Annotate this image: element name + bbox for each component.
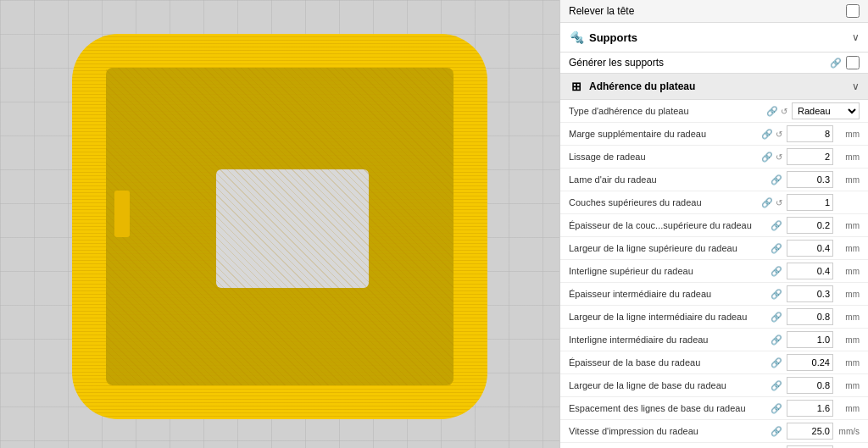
- supports-chevron: ∨: [852, 31, 860, 43]
- object-inner-frame: [106, 68, 453, 385]
- link-icon-7[interactable]: 🔗: [771, 266, 782, 277]
- generate-supports-controls: 🔗: [830, 56, 860, 69]
- relever-label: Relever la tête: [569, 5, 634, 17]
- link-icon-5[interactable]: 🔗: [771, 220, 782, 231]
- param-icons-9: 🔗: [771, 312, 782, 323]
- param-icons-13: 🔗: [771, 403, 782, 414]
- link-icon-0[interactable]: 🔗: [766, 106, 778, 117]
- link-icon-14[interactable]: 🔗: [771, 426, 782, 437]
- generate-link-icon[interactable]: 🔗: [830, 58, 842, 69]
- link-icon-4[interactable]: 🔗: [761, 197, 773, 208]
- param-label-4: Couches supérieures du radeau: [569, 197, 761, 207]
- param-icons-12: 🔗: [771, 380, 782, 391]
- param-row-9: Largeur de la ligne intermédiaire du rad…: [560, 306, 868, 329]
- param-icons-6: 🔗: [771, 243, 782, 254]
- unit-6: mm: [836, 244, 860, 253]
- unit-8: mm: [836, 290, 860, 299]
- reset-icon-1[interactable]: ↺: [776, 130, 782, 139]
- param-row-6: Largeur de la ligne supérieure du radeau…: [560, 237, 868, 260]
- input-largeur-base[interactable]: [787, 377, 833, 394]
- input-lame[interactable]: [787, 171, 833, 188]
- param-label-2: Lissage de radeau: [569, 152, 761, 162]
- param-label-13: Espacement des lignes de base du radeau: [569, 403, 771, 413]
- link-icon-2[interactable]: 🔗: [761, 152, 773, 163]
- link-icon-3[interactable]: 🔗: [771, 174, 782, 185]
- unit-1: mm: [836, 130, 860, 139]
- param-row-5: Épaisseur de la couc...supérieure du rad…: [560, 214, 868, 237]
- adherence-title: Adhérence du plateau: [589, 80, 695, 92]
- supports-title: Supports: [589, 31, 637, 44]
- param-row-8: Épaisseur intermédiaire du radeau 🔗 mm: [560, 283, 868, 306]
- supports-section-header[interactable]: 🔩 Supports ∨: [560, 23, 868, 53]
- adherence-icon: ⊞: [569, 79, 584, 94]
- unit-13: mm: [836, 404, 860, 413]
- right-panel: Relever la tête 🔩 Supports ∨ Générer les…: [559, 0, 868, 448]
- adherence-header-left: ⊞ Adhérence du plateau: [569, 79, 695, 94]
- param-row-4: Couches supérieures du radeau 🔗 ↺: [560, 191, 868, 214]
- generate-supports-checkbox[interactable]: [846, 56, 860, 69]
- param-label-9: Largeur de la ligne intermédiaire du rad…: [569, 312, 771, 322]
- left-element: [114, 191, 130, 237]
- link-icon-6[interactable]: 🔗: [771, 243, 782, 254]
- supports-header-left: 🔩 Supports: [569, 30, 637, 45]
- unit-7: mm: [836, 267, 860, 276]
- param-label-8: Épaisseur intermédiaire du radeau: [569, 289, 771, 299]
- param-label-7: Interligne supérieur du radeau: [569, 266, 771, 276]
- 3d-viewport[interactable]: [0, 0, 559, 448]
- param-icons-10: 🔗: [771, 335, 782, 346]
- unit-3: mm: [836, 175, 860, 185]
- center-cutout: [216, 169, 369, 288]
- input-espacement[interactable]: [787, 400, 833, 417]
- generate-supports-label: Générer les supports: [569, 57, 664, 69]
- input-interligne-sup[interactable]: [787, 263, 833, 279]
- param-row-14: Vitesse d'impression du radeau 🔗 mm/s: [560, 420, 868, 443]
- unit-5: mm: [836, 221, 860, 230]
- supports-icon: 🔩: [569, 30, 584, 45]
- adherence-chevron: ∨: [852, 80, 860, 92]
- param-label-0: Type d'adhérence du plateau: [569, 106, 766, 116]
- param-label-6: Largeur de la ligne supérieure du radeau: [569, 243, 771, 253]
- param-label-14: Vitesse d'impression du radeau: [569, 426, 771, 436]
- param-label-12: Largeur de la ligne de base du radeau: [569, 380, 771, 390]
- input-epaisseur-base[interactable]: [787, 354, 833, 371]
- param-icons-3: 🔗: [771, 174, 782, 185]
- reset-icon-0[interactable]: ↺: [781, 107, 787, 116]
- input-interligne-inter[interactable]: [787, 331, 833, 348]
- param-label-10: Interligne intermédiaire du radeau: [569, 335, 771, 345]
- param-label-1: Marge supplémentaire du radeau: [569, 129, 761, 139]
- relever-checkbox[interactable]: [846, 4, 860, 18]
- link-icon-1[interactable]: 🔗: [761, 129, 773, 140]
- param-row-13: Espacement des lignes de base du radeau …: [560, 397, 868, 420]
- param-label-5: Épaisseur de la couc...supérieure du rad…: [569, 220, 771, 230]
- param-icons-2: 🔗 ↺: [761, 152, 782, 163]
- param-row-type-adherence: Type d'adhérence du plateau 🔗 ↺ Radeau J…: [560, 100, 868, 123]
- select-type-adherence[interactable]: Radeau Jupe Aucun: [792, 102, 860, 119]
- input-epaisseur-inter[interactable]: [787, 285, 833, 302]
- input-epaisseur-sup[interactable]: [787, 217, 833, 234]
- input-couches-sup[interactable]: [787, 194, 833, 211]
- param-row-2: Lissage de radeau 🔗 ↺ mm: [560, 146, 868, 169]
- link-icon-12[interactable]: 🔗: [771, 380, 782, 391]
- param-icons-4: 🔗 ↺: [761, 197, 782, 208]
- reset-icon-4[interactable]: ↺: [776, 198, 782, 207]
- param-icons-11: 🔗: [771, 357, 782, 368]
- param-row-12: Largeur de la ligne de base du radeau 🔗 …: [560, 374, 868, 397]
- print-area: [59, 21, 500, 428]
- param-icons-7: 🔗: [771, 266, 782, 277]
- input-largeur-inter[interactable]: [787, 308, 833, 325]
- input-largeur-sup[interactable]: [787, 240, 833, 257]
- link-icon-11[interactable]: 🔗: [771, 357, 782, 368]
- link-icon-9[interactable]: 🔗: [771, 312, 782, 323]
- input-vitesse-impression[interactable]: [787, 423, 833, 440]
- generate-supports-row: Générer les supports 🔗: [560, 53, 868, 74]
- param-row-15: Vitesse du ventilateur pendant le radeau…: [560, 443, 868, 448]
- object-outer: [72, 34, 487, 419]
- input-marge[interactable]: [787, 125, 833, 142]
- reset-icon-2[interactable]: ↺: [776, 152, 782, 162]
- adherence-section-header[interactable]: ⊞ Adhérence du plateau ∨: [560, 74, 868, 100]
- param-row-11: Épaisseur de la base du radeau 🔗 mm: [560, 351, 868, 374]
- link-icon-13[interactable]: 🔗: [771, 403, 782, 414]
- link-icon-8[interactable]: 🔗: [771, 289, 782, 300]
- input-lissage[interactable]: [787, 148, 833, 165]
- link-icon-10[interactable]: 🔗: [771, 335, 782, 346]
